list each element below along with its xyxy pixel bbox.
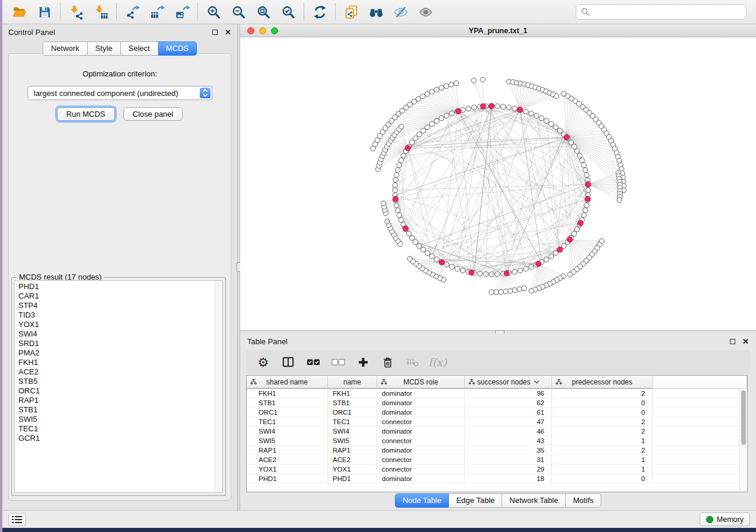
mcds-result-item[interactable]: GCR1: [18, 434, 214, 443]
tab-edge-table[interactable]: Edge Table: [449, 493, 502, 508]
gear-icon: ⚙: [258, 356, 269, 368]
column-label: predecessor nodes: [572, 378, 632, 386]
hide-selected-button[interactable]: [388, 1, 413, 23]
table-row[interactable]: SWI5SWI5connector431: [247, 436, 747, 446]
select-all-button[interactable]: [305, 354, 321, 370]
table-row[interactable]: TEC1TEC1connector472: [247, 417, 747, 427]
minimize-window-icon[interactable]: [259, 27, 266, 34]
export-image-button[interactable]: [170, 1, 194, 23]
tab-network[interactable]: Network: [43, 41, 88, 56]
mcds-result-item[interactable]: TEC1: [18, 424, 214, 434]
window-controls: [247, 27, 278, 34]
list-icon: [12, 515, 23, 524]
table-mode-button[interactable]: ⚙: [256, 354, 271, 370]
import-network-button[interactable]: [63, 1, 88, 23]
clone-network-button[interactable]: [339, 1, 363, 23]
table-row[interactable]: FKH1FKH1dominator962: [247, 389, 747, 398]
delete-column-button[interactable]: [380, 354, 395, 370]
close-panel-icon[interactable]: ✕: [225, 28, 231, 36]
table-cell: 2: [552, 389, 653, 398]
show-all-button[interactable]: [413, 1, 438, 23]
column-header-name[interactable]: name: [328, 376, 377, 389]
tab-network-table[interactable]: Network Table: [502, 493, 566, 508]
mcds-result-item[interactable]: FKH1: [18, 358, 214, 367]
mcds-result-item[interactable]: STB1: [18, 405, 214, 415]
mcds-result-item[interactable]: SWI5: [18, 415, 214, 424]
refresh-button[interactable]: [307, 1, 332, 23]
mcds-result-item[interactable]: TID3: [18, 310, 214, 320]
eye-icon: [418, 5, 433, 20]
maximize-window-icon[interactable]: [271, 27, 278, 34]
table-cell: 29: [465, 464, 552, 474]
zoom-in-button[interactable]: [201, 1, 226, 23]
tab-node-table[interactable]: Node Table: [395, 493, 449, 508]
refresh-icon: [312, 5, 327, 20]
zoom-selected-button[interactable]: [276, 1, 301, 23]
open-file-button[interactable]: [7, 1, 32, 23]
table-cell: [653, 389, 747, 398]
mcds-result-item[interactable]: ACE2: [18, 367, 214, 377]
export-network-button[interactable]: [120, 1, 145, 23]
criterion-dropdown[interactable]: largest connected component (undirected): [27, 86, 212, 100]
run-mcds-button[interactable]: Run MCDS: [57, 107, 115, 121]
mcds-result-item[interactable]: PHD1: [18, 282, 214, 291]
table-scrollbar[interactable]: [739, 389, 747, 491]
show-columns-button[interactable]: [280, 354, 296, 370]
close-panel-button[interactable]: Close panel: [123, 107, 183, 121]
column-header-successor-nodes[interactable]: successor nodes: [465, 376, 552, 389]
control-panel-title: Control Panel: [8, 28, 212, 37]
column-header-mcds-role[interactable]: MCDS role: [377, 376, 465, 389]
column-header-shared-name[interactable]: shared name: [247, 376, 328, 389]
network-view-window: YPA_prune.txt_1: [240, 24, 756, 331]
table-row[interactable]: STB1STB1dominator620: [247, 398, 747, 408]
table-row[interactable]: SWI4SWI4dominator462: [247, 427, 747, 436]
zoom-out-button[interactable]: [226, 1, 251, 23]
column-header-predecessor-nodes[interactable]: predecessor nodes: [552, 376, 653, 389]
delete-table-icon: [406, 357, 419, 367]
table-row[interactable]: ACE2ACE2connector311: [247, 455, 747, 464]
table-cell: ACE2: [328, 455, 377, 464]
tab-style[interactable]: Style: [88, 41, 121, 56]
table-row[interactable]: PHD1PHD1dominator180: [247, 474, 747, 483]
zoom-fit-button[interactable]: [251, 1, 276, 23]
save-session-button[interactable]: [32, 1, 57, 23]
close-panel-icon[interactable]: ✕: [742, 338, 749, 345]
mcds-result-item[interactable]: SRD1: [18, 339, 214, 348]
show-panels-menu-button[interactable]: [8, 513, 26, 526]
tab-motifs[interactable]: Motifs: [566, 493, 601, 508]
float-panel-icon[interactable]: [212, 30, 218, 35]
table-cell: [653, 464, 747, 474]
mcds-result-item[interactable]: RAP1: [18, 396, 214, 405]
table-cell: STB1: [247, 398, 328, 408]
table-row[interactable]: RAP1RAP1dominator352: [247, 446, 747, 455]
float-panel-icon[interactable]: [730, 339, 735, 344]
mcds-list-scrollbar[interactable]: [215, 281, 222, 492]
tab-select[interactable]: Select: [121, 41, 158, 56]
mcds-result-item[interactable]: STP4: [18, 301, 214, 310]
add-column-button[interactable]: [355, 354, 371, 370]
mcds-result-item[interactable]: YOX1: [18, 320, 214, 329]
mcds-result-item[interactable]: CAR1: [18, 291, 214, 301]
mcds-result-list[interactable]: PHD1CAR1STP4TID3YOX1SWI4SRD1PMA2FKH1ACE2…: [15, 281, 214, 492]
clone-network-icon: [344, 5, 359, 20]
column-label: MCDS role: [403, 378, 438, 386]
table-row[interactable]: YOX1YOX1connector291: [247, 464, 747, 474]
table-cell: STB1: [328, 398, 377, 408]
export-table-button[interactable]: [145, 1, 170, 23]
close-window-icon[interactable]: [247, 27, 254, 34]
search-input[interactable]: [593, 8, 741, 16]
table-row[interactable]: ORC1ORC1dominator610: [247, 408, 747, 417]
table-scrollbar-thumb[interactable]: [741, 390, 746, 445]
network-canvas[interactable]: [240, 37, 756, 330]
first-neighbors-button[interactable]: [363, 1, 388, 23]
mcds-result-item[interactable]: ORC1: [18, 386, 214, 396]
tab-mcds[interactable]: MCDS: [158, 41, 197, 56]
mcds-result-item[interactable]: SWI4: [18, 329, 214, 339]
search-box[interactable]: [576, 4, 747, 20]
import-table-button[interactable]: [88, 1, 113, 23]
mcds-result-item[interactable]: STB5: [18, 377, 214, 386]
mcds-result-item[interactable]: PMA2: [18, 348, 214, 358]
zoom-fit-icon: [256, 5, 271, 20]
memory-button[interactable]: Memory: [700, 512, 750, 526]
deselect-all-button[interactable]: [330, 354, 346, 370]
